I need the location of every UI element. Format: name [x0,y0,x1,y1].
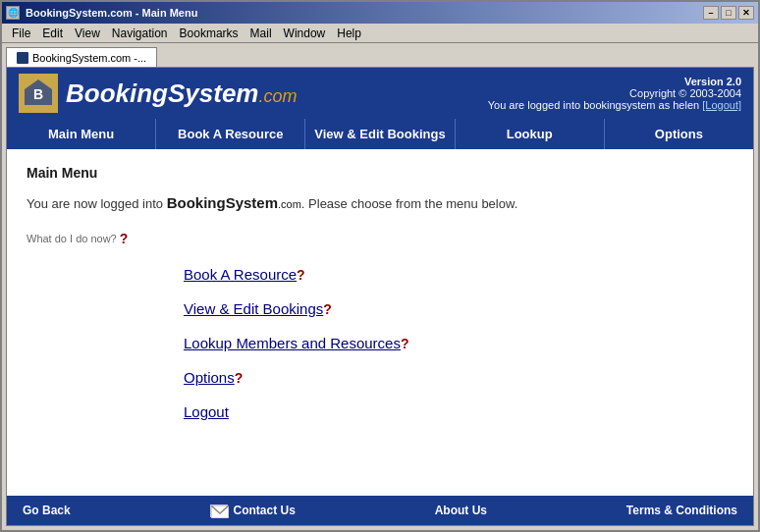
options-link[interactable]: Options [184,369,235,386]
terms-link[interactable]: Terms & Conditions [626,504,737,517]
window-title: BookingSystem.com - Main Menu [26,7,197,19]
content-area: B BookingSystem.com Version 2.0 Copyrigh… [6,67,754,526]
view-edit-link[interactable]: View & Edit Bookings [184,300,323,317]
menu-edit[interactable]: Edit [36,25,69,42]
link-logout: Logout [184,403,733,420]
link-lookup: Lookup Members and Resources? [184,335,733,351]
menu-navigation[interactable]: Navigation [106,25,174,42]
intro-text: You are now logged into BookingSystem.co… [27,194,733,211]
svg-text:B: B [33,86,43,102]
menu-help[interactable]: Help [331,25,367,42]
contact-us-area: Contact Us [210,504,296,517]
logout-link[interactable]: [Logout] [702,99,741,111]
menu-window[interactable]: Window [278,25,332,42]
nav-tabs: Main Menu Book A Resource View & Edit Bo… [7,119,753,149]
menu-file[interactable]: File [6,25,36,42]
intro-prefix: You are now logged into [27,196,167,211]
page-title: Main Menu [27,165,733,181]
title-bar-text: 🌐 BookingSystem.com - Main Menu [6,6,197,20]
tab-favicon-icon [17,52,28,64]
login-status: You are logged into bookingsystem as hel… [488,99,741,111]
options-help-icon[interactable]: ? [235,370,244,386]
book-resource-link[interactable]: Book A Resource [184,266,297,283]
logo-dotcom: .com [259,86,298,107]
logo-text: BookingSystem.com [66,79,298,109]
main-window: 🌐 BookingSystem.com - Main Menu – □ ✕ Fi… [0,0,760,532]
window-controls: – □ ✕ [703,6,754,20]
copyright-text: Copyright © 2003-2004 [488,87,741,99]
logout-menu-link[interactable]: Logout [184,403,229,420]
help-label: What do I do now? [27,233,117,244]
menu-links: Book A Resource? View & Edit Bookings? L… [27,266,733,420]
menu-bookmarks[interactable]: Bookmarks [174,25,244,42]
tab-book-resource[interactable]: Book A Resource [156,119,305,149]
envelope-icon [210,505,228,517]
header-info: Version 2.0 Copyright © 2003-2004 You ar… [488,76,741,111]
lookup-help-icon[interactable]: ? [401,336,409,351]
tab-label: BookingSystem.com -... [32,52,146,64]
brand-name-inline: BookingSystem [167,194,278,211]
maximize-button[interactable]: □ [721,6,736,20]
main-body: Main Menu You are now logged into Bookin… [7,149,753,496]
tab-main-menu[interactable]: Main Menu [7,119,156,149]
help-text: What do I do now?? [27,231,733,246]
logo-svg: B [21,76,56,111]
site-header: B BookingSystem.com Version 2.0 Copyrigh… [7,68,753,119]
brand-dotcom-inline: .com [278,198,301,210]
menu-bar: File Edit View Navigation Bookmarks Mail… [2,24,758,43]
tab-bar: BookingSystem.com -... [2,43,758,67]
site-footer: Go Back Contact Us About Us Terms & Cond… [7,496,753,525]
view-edit-help-icon[interactable]: ? [323,301,332,317]
menu-mail[interactable]: Mail [244,25,278,42]
contact-us-link[interactable]: Contact Us [234,504,296,517]
menu-view[interactable]: View [69,25,106,42]
lookup-link[interactable]: Lookup Members and Resources [184,335,401,351]
link-options: Options? [184,369,733,386]
close-button[interactable]: ✕ [738,6,754,20]
book-resource-help-icon[interactable]: ? [297,267,305,283]
tab-options[interactable]: Options [605,119,753,149]
tab-lookup[interactable]: Lookup [456,119,605,149]
tab-view-edit-bookings[interactable]: View & Edit Bookings [305,119,455,149]
go-back-button[interactable]: Go Back [23,504,71,517]
intro-suffix: . Please choose from the menu below. [301,196,517,211]
minimize-button[interactable]: – [703,6,719,20]
browser-tab[interactable]: BookingSystem.com -... [6,47,157,67]
logged-in-text: You are logged into bookingsystem as hel… [488,99,699,111]
version-text: Version 2.0 [488,76,741,87]
link-view-edit: View & Edit Bookings? [184,300,733,317]
logo-brand-name: BookingSystem [66,79,259,109]
help-icon[interactable]: ? [120,231,129,246]
app-icon: 🌐 [6,6,20,20]
logo-area: B BookingSystem.com [19,74,298,113]
about-us-link[interactable]: About Us [435,504,487,517]
title-bar: 🌐 BookingSystem.com - Main Menu – □ ✕ [2,2,758,24]
envelope-svg [211,505,229,518]
link-book-resource: Book A Resource? [184,266,733,283]
logo-icon: B [19,74,58,113]
